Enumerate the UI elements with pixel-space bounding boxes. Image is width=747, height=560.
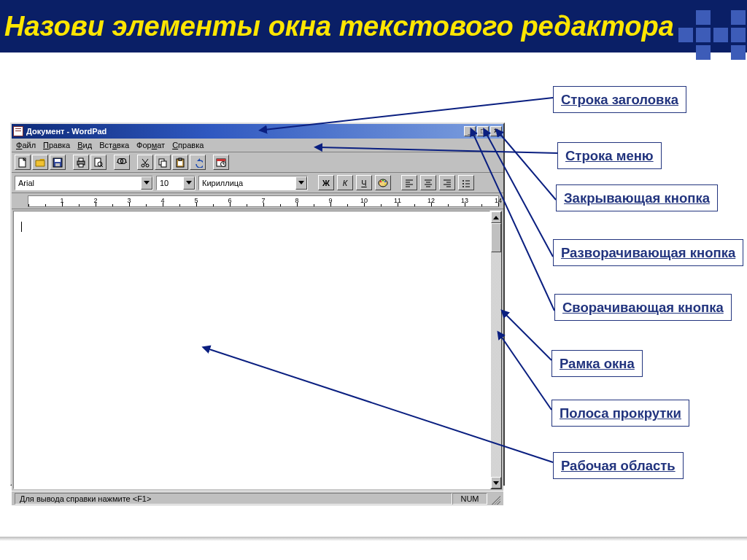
menu-format[interactable]: Формат xyxy=(136,141,165,149)
menu-file[interactable]: Файл xyxy=(16,141,36,149)
svg-line-53 xyxy=(499,133,556,200)
callout-maximize-button: Разворачивающая кнопка xyxy=(553,239,743,266)
scroll-up-button[interactable] xyxy=(491,211,501,223)
print-button[interactable] xyxy=(73,155,89,170)
dropdown-arrow-icon[interactable] xyxy=(141,176,152,190)
color-button[interactable] xyxy=(375,175,391,190)
size-value: 10 xyxy=(157,179,171,187)
svg-rect-2 xyxy=(55,159,61,162)
new-button[interactable] xyxy=(15,155,31,170)
document-icon xyxy=(13,126,23,136)
svg-line-57 xyxy=(500,335,551,410)
datetime-button[interactable] xyxy=(213,155,229,170)
callout-scrollbar: Полоса прокрутки xyxy=(551,400,689,427)
preview-button[interactable] xyxy=(90,155,107,170)
decor-squares xyxy=(678,10,746,60)
svg-point-49 xyxy=(462,186,464,187)
svg-point-17 xyxy=(146,164,149,167)
dropdown-arrow-icon[interactable] xyxy=(183,176,195,190)
menu-view[interactable]: Вид xyxy=(77,141,92,149)
svg-rect-24 xyxy=(217,159,225,161)
svg-rect-5 xyxy=(79,158,83,161)
close-button[interactable]: × xyxy=(490,126,502,136)
ruler[interactable]: 1234567891011121314 xyxy=(12,193,503,209)
window-buttons: _ □ × xyxy=(464,126,502,136)
scroll-track[interactable] xyxy=(491,252,501,477)
script-combo[interactable]: Кириллица xyxy=(198,176,308,190)
paste-button[interactable] xyxy=(172,155,188,170)
undo-button[interactable] xyxy=(190,155,206,170)
callout-work-area: Рабочая область xyxy=(553,452,684,479)
callout-close-button: Закрывающая кнопка xyxy=(556,184,718,211)
underline-button[interactable]: Ч xyxy=(356,175,372,190)
bullets-button[interactable] xyxy=(458,175,474,190)
svg-point-16 xyxy=(142,164,144,167)
bold-button[interactable]: Ж xyxy=(318,175,334,190)
svg-point-45 xyxy=(462,180,464,182)
open-button[interactable] xyxy=(32,155,48,170)
menu-insert[interactable]: Вставка xyxy=(99,141,129,149)
window-title: Документ - WordPad xyxy=(26,127,464,136)
callout-window-frame: Рамка окна xyxy=(551,350,643,377)
align-left-button[interactable] xyxy=(401,175,417,190)
slide-shadow xyxy=(0,537,747,541)
align-center-button[interactable] xyxy=(420,175,436,190)
slide-title: Назови элементы окна текстового редактор… xyxy=(0,11,674,42)
slide-header: Назови элементы окна текстового редактор… xyxy=(0,0,747,52)
svg-rect-6 xyxy=(79,164,83,167)
font-value: Arial xyxy=(15,179,37,187)
scroll-thumb[interactable] xyxy=(491,223,501,252)
ruler-strip: 1234567891011121314 xyxy=(28,195,499,207)
save-button[interactable] xyxy=(50,155,66,170)
svg-rect-19 xyxy=(161,161,166,167)
copy-button[interactable] xyxy=(155,155,171,170)
scroll-down-button[interactable] xyxy=(491,477,501,489)
client-area xyxy=(12,209,503,491)
vertical-scrollbar[interactable] xyxy=(490,211,502,489)
svg-point-32 xyxy=(384,183,386,184)
title-bar[interactable]: Документ - WordPad _ □ × xyxy=(12,124,503,139)
menu-edit[interactable]: Правка xyxy=(43,141,70,149)
callout-title-bar: Строка заголовка xyxy=(553,86,686,113)
svg-point-31 xyxy=(384,180,386,182)
svg-rect-21 xyxy=(179,158,182,160)
standard-toolbar xyxy=(12,152,503,173)
format-toolbar: Arial 10 Кириллица Ж К Ч xyxy=(12,173,503,193)
italic-button[interactable]: К xyxy=(337,175,353,190)
svg-rect-3 xyxy=(55,163,60,166)
maximize-button[interactable]: □ xyxy=(477,126,489,136)
text-caret xyxy=(21,222,22,232)
script-value: Кириллица xyxy=(199,179,246,187)
find-button[interactable] xyxy=(114,155,130,170)
svg-point-29 xyxy=(380,180,382,182)
callout-minimize-button: Сворачивающая кнопка xyxy=(554,294,732,321)
svg-rect-22 xyxy=(178,161,182,166)
svg-line-56 xyxy=(505,314,551,360)
status-bar: Для вывода справки нажмите <F1> NUM xyxy=(12,491,503,505)
align-right-button[interactable] xyxy=(439,175,455,190)
minimize-button[interactable]: _ xyxy=(464,126,476,136)
svg-point-47 xyxy=(462,183,464,184)
resize-grip-icon[interactable] xyxy=(489,493,500,505)
status-num: NUM xyxy=(452,493,487,505)
svg-line-9 xyxy=(101,166,103,167)
cut-button[interactable] xyxy=(137,155,153,170)
menu-help[interactable]: Справка xyxy=(172,141,204,149)
size-combo[interactable]: 10 xyxy=(156,176,196,190)
menu-bar: Файл Правка Вид Вставка Формат Справка xyxy=(12,139,503,152)
document-area[interactable] xyxy=(13,211,490,489)
wordpad-window: Документ - WordPad _ □ × Файл Правка Вид… xyxy=(10,122,505,486)
dropdown-arrow-icon[interactable] xyxy=(295,176,307,190)
status-hint: Для вывода справки нажмите <F1> xyxy=(15,493,452,505)
svg-point-30 xyxy=(382,179,384,181)
callout-menu-bar: Строка меню xyxy=(557,142,662,169)
font-combo[interactable]: Arial xyxy=(15,176,153,190)
